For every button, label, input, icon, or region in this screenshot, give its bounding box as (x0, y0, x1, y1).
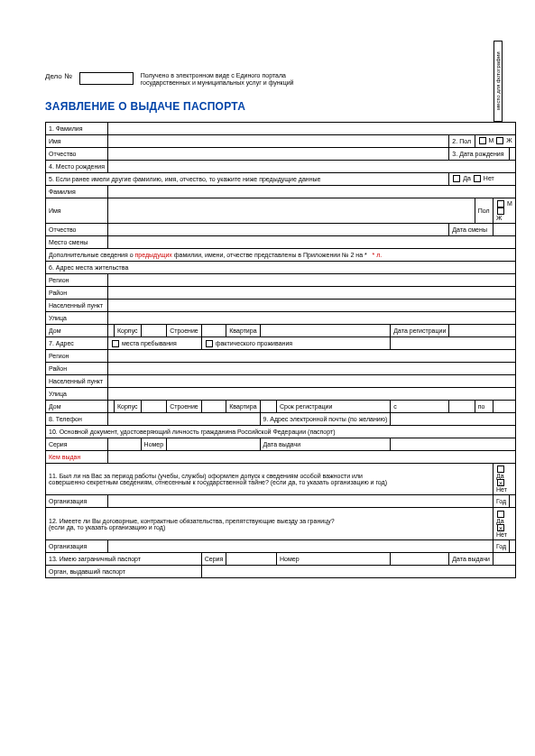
label-s12-no: Нет (496, 531, 507, 538)
field-s7-street[interactable] (108, 388, 516, 401)
label-sex: 2. Пол (449, 134, 475, 147)
field-s7-apt[interactable] (260, 401, 276, 413)
field-s7-building[interactable] (141, 401, 167, 413)
field-name[interactable] (108, 134, 449, 147)
label-q5-yes: Да (463, 175, 471, 181)
checkbox-stay[interactable] (112, 340, 119, 347)
field-s6-region[interactable] (108, 274, 516, 287)
label-stay: места пребывания (122, 340, 177, 346)
label-s12-yes: Да (496, 518, 504, 524)
label-s6-street: Улица (46, 312, 108, 325)
field-prev-patr[interactable] (108, 224, 449, 236)
checkbox-q5-no[interactable] (474, 175, 481, 182)
field-s13-series[interactable] (226, 552, 277, 565)
label-m: М (489, 137, 494, 143)
checkbox-male[interactable] (479, 137, 486, 144)
opt-s7-stay: места пребывания (108, 337, 202, 350)
label-s13: 13. Имею заграничный паспорт (46, 552, 202, 565)
field-s6-district[interactable] (108, 287, 516, 300)
label-prev-f: Ж (496, 215, 502, 221)
label-q5-no: Нет (484, 175, 494, 181)
label-s7-locality: Населенный пункт (46, 375, 108, 388)
field-s11-org[interactable] (108, 495, 493, 508)
field-email[interactable] (391, 413, 516, 426)
label-s11-yes: Да (496, 473, 504, 479)
label-s11-year: Год (493, 495, 509, 508)
checkbox-prev-m[interactable] (497, 200, 504, 207)
field-pob[interactable] (108, 160, 516, 172)
label-s7-regperiod: Срок регистрации (277, 401, 391, 413)
received-line1: Получено в электронном виде с Единого по… (141, 72, 294, 79)
header-row: Дело № Получено в электронном виде с Еди… (45, 72, 508, 88)
label-s13-issuer: Орган, выдавший паспорт (46, 565, 202, 577)
label-s11: 11. Был ли на Вас за период работы (учеб… (46, 464, 493, 495)
field-s7-district[interactable] (108, 363, 516, 375)
field-prev-surname[interactable] (108, 185, 516, 198)
document-title: ЗАЯВЛЕНИЕ О ВЫДАЧЕ ПАСПОРТА (45, 100, 508, 113)
label-s7-district: Район (46, 363, 108, 375)
field-s7-region[interactable] (108, 350, 516, 363)
checkbox-female[interactable] (496, 137, 503, 144)
field-s6-regdate[interactable] (449, 325, 516, 337)
label-s11-no: Нет (496, 486, 507, 493)
field-s13-date[interactable] (493, 552, 515, 565)
opt-s7-actual: фактического проживания (201, 337, 391, 350)
label-s13-date: Дата выдачи (449, 552, 493, 565)
label-s10: 10. Основной документ, удостоверяющий ли… (46, 426, 516, 438)
label-s11-org: Организация (46, 495, 108, 508)
field-s6-apt[interactable] (260, 325, 391, 337)
field-s7-from[interactable] (449, 401, 475, 413)
field-s6-locality[interactable] (108, 300, 516, 312)
field-s7-house[interactable] (108, 401, 115, 413)
field-surname[interactable] (108, 122, 516, 134)
label-s7-street: Улица (46, 388, 108, 401)
field-phone[interactable] (108, 413, 261, 426)
field-s13-issuer[interactable] (201, 565, 515, 577)
field-s12-year[interactable] (510, 539, 516, 552)
label-s6-apt: Квартира (226, 325, 260, 337)
field-s6-street[interactable] (108, 312, 516, 325)
checkbox-s12-yes[interactable] (497, 511, 504, 518)
label-s7-apt: Квартира (226, 401, 260, 413)
field-prev-name[interactable] (108, 198, 475, 223)
field-s13-number[interactable] (391, 552, 449, 565)
field-s7-to[interactable] (493, 401, 515, 413)
received-text: Получено в электронном виде с Единого по… (141, 72, 294, 88)
field-q5-yn: Да Нет (449, 172, 516, 185)
label-s13-series: Серия (201, 552, 226, 565)
field-s6-house[interactable] (108, 325, 115, 337)
label-s10-issuer: Кем выдан (46, 451, 108, 464)
checkbox-s11-no[interactable]: X (497, 479, 504, 486)
photo-placeholder-label: место для фотографии (493, 41, 503, 122)
label-surname: 1. Фамилия (46, 122, 108, 134)
field-s10-issuer[interactable] (108, 451, 516, 464)
field-s7-locality[interactable] (108, 375, 516, 388)
field-dob[interactable] (510, 147, 516, 160)
case-number-input[interactable] (79, 72, 134, 85)
field-s11-year[interactable] (510, 495, 516, 508)
checkbox-actual[interactable] (206, 340, 213, 347)
field-patronymic[interactable] (108, 147, 449, 160)
label-s7-from: с (391, 401, 449, 413)
field-s10-number[interactable] (167, 438, 260, 451)
checkbox-q5-yes[interactable] (453, 175, 460, 182)
field-s12-org[interactable] (108, 539, 493, 552)
field-change-date[interactable] (493, 224, 515, 236)
field-change-place[interactable] (108, 236, 516, 249)
label-s10-number: Номер (141, 438, 167, 451)
checkbox-prev-f[interactable] (497, 207, 504, 215)
label-phone: 8. Телефон (46, 413, 108, 426)
field-s6-struct[interactable] (201, 325, 226, 337)
checkbox-s12-no[interactable]: X (497, 524, 504, 531)
label-s6-region: Регион (46, 274, 108, 287)
label-s7: 7. Адрес (46, 337, 108, 350)
field-s10-series[interactable] (108, 438, 142, 451)
label-patronymic: Отчество (46, 147, 108, 160)
checkbox-s11-yes[interactable] (497, 466, 504, 473)
field-s7-struct[interactable] (201, 401, 226, 413)
received-line2: государственных и муниципальных услуг и … (141, 79, 294, 87)
field-s10-date[interactable] (391, 438, 516, 451)
label-dob: 3. Дата рождения (449, 147, 510, 160)
label-s6: 6. Адрес места жительства (46, 262, 516, 274)
field-s6-building[interactable] (141, 325, 167, 337)
